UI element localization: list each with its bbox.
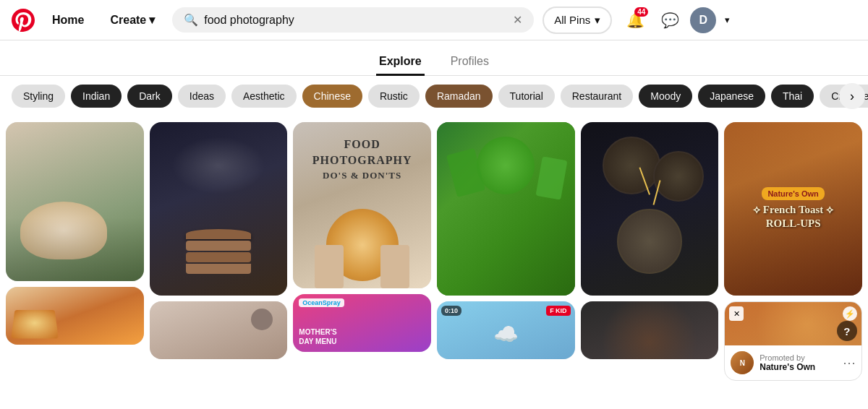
pill-styling[interactable]: Styling [12,85,65,108]
lightning-button[interactable]: ⚡ [843,306,857,321]
home-link[interactable]: Home [43,8,93,33]
question-button[interactable]: ? [837,321,857,341]
mothers-day-text: MOTHER'S DAY MENU [299,327,425,346]
grid-item-food-donts[interactable]: FOOD PHOTOGRAPHY DO'S & DON'TS [293,122,431,288]
filter-pills: Styling Indian Dark Ideas Aesthetic Chin… [0,76,868,116]
pill-restaurant[interactable]: Restaurant [561,85,633,108]
grid-item-mothers-day[interactable]: OceanSpray MOTHER'S DAY MENU [293,294,431,352]
image-grid: FOOD PHOTOGRAPHY DO'S & DON'TS OceanSpra… [0,116,868,405]
search-input[interactable] [204,14,507,27]
notifications-button[interactable]: 🔔 44 [621,6,650,35]
grid-item-asian-bowls[interactable] [581,122,719,296]
promoted-card[interactable]: ✕ ⚡ ? N Promoted by Nature's Own ⋯ [724,301,862,381]
search-clear-button[interactable]: ✕ [513,13,522,27]
chevron-down-icon: ▾ [149,13,155,27]
pill-moody[interactable]: Moody [639,85,692,108]
grid-item-food-drizzle[interactable] [6,122,144,281]
chat-icon: 💬 [661,12,679,29]
notification-badge: 44 [634,7,648,17]
pinterest-logo[interactable] [12,9,35,32]
promoted-info: Promoted by Nature's Own [760,353,837,372]
grid-item-person[interactable] [150,301,288,359]
food-donts-text: FOOD PHOTOGRAPHY DO'S & DON'TS [293,137,431,182]
grid-item-french-toast[interactable]: Nature's Own ⟡ French Toast ⟡ ROLL-UPS [724,122,862,296]
video-timer-badge: 0:10 [441,306,461,316]
pill-ideas[interactable]: Ideas [178,85,226,108]
grid-item-pizza[interactable] [6,287,144,345]
avatar[interactable]: D [690,7,716,33]
tab-explore[interactable]: Explore [376,49,425,76]
pill-rustic[interactable]: Rustic [368,85,420,108]
pill-aesthetic[interactable]: Aesthetic [231,85,297,108]
pills-next-button[interactable]: › [839,83,865,109]
grid-item-video-kid[interactable]: 0:10 F KID ☁️ [437,301,575,359]
pill-indian[interactable]: Indian [71,85,122,108]
search-bar: 🔍 ✕ [172,7,534,33]
grid-item-dark-food[interactable] [581,301,719,359]
pill-thai[interactable]: Thai [771,85,814,108]
account-chevron-button[interactable]: ▾ [722,12,733,28]
header: Home Create ▾ 🔍 ✕ All Pins ▾ 🔔 44 💬 D ▾ [0,0,868,40]
header-icons: 🔔 44 💬 D ▾ [621,6,733,35]
grid-item-green-veg[interactable] [437,122,575,296]
nature-own-brand: Nature's Own [762,187,824,200]
grid-item-pancakes[interactable] [150,122,288,296]
promoted-avatar: N [731,351,754,374]
all-pins-button[interactable]: All Pins ▾ [542,7,612,34]
pill-tutorial[interactable]: Tutorial [498,85,555,108]
close-promoted-button[interactable]: ✕ [729,306,744,321]
chevron-down-icon: ▾ [595,14,600,27]
pill-chinese[interactable]: Chinese [302,85,362,108]
promoted-brand-name: Nature's Own [760,362,837,372]
promoted-footer: N Promoted by Nature's Own ⋯ [725,345,861,380]
promoted-more-button[interactable]: ⋯ [843,355,856,371]
pill-ramadan[interactable]: Ramadan [425,85,493,108]
pill-japanese[interactable]: Japanese [698,85,765,108]
search-icon: 🔍 [184,13,198,27]
create-button[interactable]: Create ▾ [101,7,163,33]
tab-profiles[interactable]: Profiles [448,49,492,76]
messages-button[interactable]: 💬 [655,6,684,35]
promoted-by-label: Promoted by [760,353,837,362]
search-tabs: Explore Profiles [0,40,868,76]
pill-dark[interactable]: Dark [127,85,172,108]
french-toast-title: ⟡ French Toast ⟡ ROLL-UPS [753,203,833,231]
